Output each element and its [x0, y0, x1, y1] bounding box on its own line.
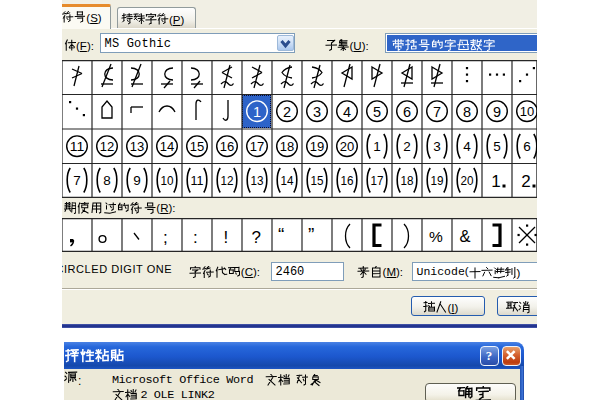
svg-text:10: 10 — [519, 105, 534, 119]
svg-text:1: 1 — [491, 172, 500, 191]
svg-text:;: ; — [163, 228, 168, 247]
svg-text:14: 14 — [280, 173, 293, 188]
svg-text:6: 6 — [523, 139, 531, 154]
svg-text:16: 16 — [340, 173, 353, 188]
svg-text:7: 7 — [73, 173, 81, 188]
svg-text:2: 2 — [282, 104, 290, 120]
svg-text:6: 6 — [402, 104, 410, 120]
svg-text:13: 13 — [129, 139, 144, 153]
svg-text:9: 9 — [492, 104, 500, 120]
svg-text:?: ? — [485, 348, 492, 363]
svg-text:8: 8 — [103, 173, 111, 188]
svg-text:19: 19 — [309, 139, 324, 153]
svg-text:16: 16 — [219, 139, 234, 153]
svg-text:9: 9 — [133, 173, 141, 188]
svg-text:12: 12 — [220, 173, 233, 188]
svg-text::: : — [193, 228, 198, 247]
svg-text:8: 8 — [462, 104, 470, 120]
svg-text:12: 12 — [99, 139, 114, 153]
svg-text:5: 5 — [493, 139, 501, 154]
svg-text:7: 7 — [432, 104, 440, 120]
svg-text:18: 18 — [279, 139, 294, 153]
svg-text:15: 15 — [310, 173, 323, 188]
svg-text:13: 13 — [250, 173, 263, 188]
svg-text:20: 20 — [339, 139, 354, 153]
svg-text:1: 1 — [373, 139, 381, 154]
svg-text:3: 3 — [433, 139, 441, 154]
svg-text:&: & — [459, 227, 470, 245]
svg-text:17: 17 — [370, 173, 383, 188]
svg-text:”: ” — [308, 224, 314, 245]
svg-text:“: “ — [278, 224, 284, 245]
svg-text:14: 14 — [159, 139, 174, 153]
svg-text:4: 4 — [463, 139, 471, 154]
svg-text:2: 2 — [521, 172, 530, 191]
svg-text:11: 11 — [190, 173, 203, 188]
svg-text:15: 15 — [189, 139, 204, 153]
svg-text:10: 10 — [160, 173, 173, 188]
svg-text:3: 3 — [312, 104, 320, 120]
svg-text:18: 18 — [400, 173, 413, 188]
svg-text:19: 19 — [430, 173, 443, 188]
svg-text:17: 17 — [249, 139, 264, 153]
svg-text:11: 11 — [69, 139, 84, 153]
svg-text:20: 20 — [460, 173, 473, 188]
svg-text:?: ? — [251, 228, 260, 247]
svg-text:!: ! — [223, 228, 228, 247]
svg-text:%: % — [429, 228, 443, 245]
svg-text:2: 2 — [403, 139, 411, 154]
svg-text:5: 5 — [372, 104, 380, 120]
svg-text:1: 1 — [252, 104, 260, 120]
svg-text:4: 4 — [342, 104, 350, 120]
